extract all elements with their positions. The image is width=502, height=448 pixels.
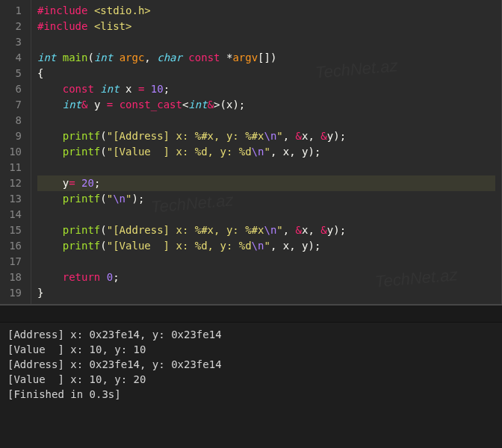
code-token: const (188, 52, 220, 63)
line-number: 11 (6, 160, 22, 175)
code-line[interactable]: y= 20; (37, 175, 495, 191)
code-token: x, (302, 224, 320, 236)
code-token: ); (131, 193, 144, 205)
line-number: 19 (6, 285, 22, 301)
code-token: \n (252, 146, 264, 158)
code-token (113, 52, 119, 63)
code-token: 0 (107, 271, 113, 283)
line-number: 18 (6, 270, 22, 285)
code-token: return (63, 271, 101, 283)
code-line[interactable]: { (37, 66, 495, 81)
line-number: 10 (6, 144, 22, 160)
line-number: 5 (6, 66, 22, 81)
code-line[interactable] (37, 160, 495, 175)
line-number: 13 (6, 191, 22, 207)
code-token: ( (100, 193, 106, 205)
code-token: ; (113, 271, 119, 283)
code-token: "[Address] x: %#x, y: %#x (107, 224, 264, 236)
code-line[interactable] (37, 34, 495, 50)
code-token: printf (63, 146, 101, 158)
code-token (37, 146, 63, 158)
code-line[interactable]: int main(int argc, char const *argv[]) (37, 50, 495, 66)
code-token (37, 224, 63, 236)
code-token (37, 240, 63, 252)
code-line[interactable]: printf("[Value ] x: %d, y: %d\n", x, y); (37, 238, 495, 254)
code-area[interactable]: TechNet.az TechNet.az TechNet.az #includ… (31, 0, 501, 304)
code-token: int (100, 83, 119, 95)
code-token: " (107, 193, 113, 205)
code-token: <stdio.h> (94, 4, 151, 16)
terminal-line: [Value ] x: 10, y: 20 (7, 372, 495, 387)
code-line[interactable]: #include <list> (37, 19, 495, 34)
code-token: \n (264, 224, 276, 236)
terminal-line: [Finished in 0.3s] (7, 387, 495, 402)
code-token: #include (37, 20, 87, 32)
code-line[interactable]: #include <stdio.h> (37, 3, 495, 19)
code-token (56, 52, 62, 63)
code-token: , x, y); (270, 240, 320, 252)
code-token: y (87, 99, 106, 111)
code-token: char (157, 52, 182, 63)
code-token: } (37, 287, 43, 299)
code-token: int (188, 99, 207, 111)
code-token (87, 20, 93, 32)
code-token: printf (63, 193, 101, 205)
code-line[interactable]: printf("[Address] x: %#x, y: %#x\n", &x,… (37, 223, 495, 238)
line-number: 9 (6, 128, 22, 144)
code-token: 10 (151, 83, 164, 95)
code-token: * (220, 52, 233, 63)
code-line[interactable]: printf("\n"); (37, 191, 495, 207)
code-token: & (296, 130, 302, 142)
code-token (37, 99, 63, 111)
terminal-line: [Address] x: 0x23fe14, y: 0x23fe14 (7, 327, 495, 342)
line-number: 1 (6, 3, 22, 19)
output-terminal[interactable]: [Address] x: 0x23fe14, y: 0x23fe14[Value… (0, 323, 502, 448)
code-line[interactable]: int& y = const_cast<int&>(x); (37, 97, 495, 113)
code-token: argv (232, 52, 258, 63)
line-number-gutter: 12345678910111213141516171819 (0, 0, 31, 304)
code-line[interactable] (37, 254, 495, 270)
code-token: printf (63, 240, 101, 252)
code-token: "[Address] x: %#x, y: %#x (107, 130, 264, 142)
code-token (37, 193, 63, 205)
code-token: \n (113, 193, 126, 205)
code-token (75, 177, 81, 189)
code-line[interactable]: } (37, 285, 495, 301)
code-line[interactable]: const int x = 10; (37, 81, 495, 97)
line-number: 17 (6, 254, 22, 270)
code-token: const_cast (120, 99, 182, 111)
code-token: & (208, 99, 214, 111)
line-number: 15 (6, 223, 22, 238)
code-token: ( (87, 52, 93, 63)
code-token: y); (327, 224, 346, 236)
code-token: int (94, 52, 113, 63)
code-token: & (296, 224, 302, 236)
code-line[interactable] (37, 113, 495, 128)
code-token: = (69, 177, 75, 189)
code-token: { (37, 67, 43, 79)
code-token (87, 4, 93, 16)
code-token: ( (100, 146, 106, 158)
code-line[interactable] (37, 207, 495, 223)
panel-divider[interactable] (0, 305, 502, 323)
code-token (37, 130, 63, 142)
code-line[interactable]: return 0; (37, 270, 495, 285)
code-editor[interactable]: 12345678910111213141516171819 TechNet.az… (0, 0, 502, 305)
code-token: & (320, 130, 326, 142)
code-token: \n (264, 130, 276, 142)
code-token: printf (63, 130, 101, 142)
code-token: , (144, 52, 157, 63)
code-token: ; (94, 177, 100, 189)
code-token: "[Value ] x: %d, y: %d (107, 240, 252, 252)
line-number: 6 (6, 81, 22, 97)
code-token: " (264, 240, 270, 252)
code-token: int (37, 52, 56, 63)
code-token: 20 (81, 177, 94, 189)
code-token: ; (164, 83, 170, 95)
code-token: \n (252, 240, 264, 252)
line-number: 8 (6, 113, 22, 128)
code-line[interactable]: printf("[Value ] x: %d, y: %d\n", x, y); (37, 144, 495, 160)
code-token: "[Value ] x: %d, y: %d (107, 146, 252, 158)
code-token: <list> (94, 20, 132, 32)
code-line[interactable]: printf("[Address] x: %#x, y: %#x\n", &x,… (37, 128, 495, 144)
